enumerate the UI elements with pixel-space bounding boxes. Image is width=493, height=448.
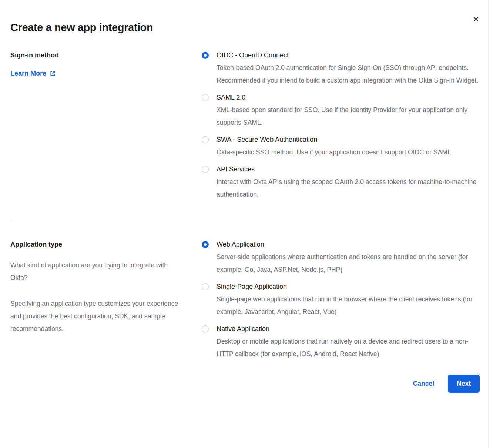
dialog-right-edge-divider [488,0,489,448]
web-application-option-description: Server-side applications where authentic… [217,251,480,276]
create-app-integration-dialog: ✕ Create a new app integration Sign-in m… [0,0,493,448]
api-services-option-label[interactable]: API Services [217,165,480,174]
application-type-help-text: Specifying an application type customize… [10,297,185,335]
application-type-label: Application type [10,240,202,249]
learn-more-label: Learn More [10,70,46,77]
radio-option-swa[interactable]: SWA - Secure Web Authentication Okta-spe… [202,135,480,158]
learn-more-link[interactable]: Learn More [10,70,56,77]
application-type-question: What kind of application are you trying … [10,259,185,284]
swa-option-description: Okta-specific SSO method. Use if your ap… [217,146,453,158]
radio-option-single-page-application[interactable]: Single-Page Application Single-page web … [202,282,480,318]
radio-unselected-icon[interactable] [202,325,209,332]
section-divider [10,222,480,222]
application-type-section: Application type What kind of applicatio… [10,240,480,367]
radio-unselected-icon[interactable] [202,166,209,173]
dialog-footer: Cancel Next [10,375,480,410]
native-application-option-label[interactable]: Native Application [217,324,480,334]
radio-option-oidc[interactable]: OIDC - OpenID Connect Token-based OAuth … [202,51,480,87]
single-page-application-option-description: Single-page web applications that run in… [217,293,480,318]
signin-method-options: OIDC - OpenID Connect Token-based OAuth … [202,51,480,207]
radio-unselected-icon[interactable] [202,94,209,101]
application-type-left-column: Application type What kind of applicatio… [10,240,202,335]
radio-option-saml[interactable]: SAML 2.0 XML-based open standard for SSO… [202,93,480,129]
oidc-option-description: Token-based OAuth 2.0 authentication for… [217,61,480,87]
radio-selected-icon[interactable] [202,241,209,248]
web-application-option-label[interactable]: Web Application [217,240,480,249]
single-page-application-option-label[interactable]: Single-Page Application [217,282,480,291]
signin-method-section: Sign-in method Learn More OIDC - OpenID … [10,51,480,207]
saml-option-description: XML-based open standard for SSO. Use if … [217,104,480,129]
dialog-title: Create a new app integration [10,21,480,34]
radio-option-web-application[interactable]: Web Application Server-side applications… [202,240,480,276]
application-type-options: Web Application Server-side applications… [202,240,480,367]
native-application-option-description: Desktop or mobile applications that run … [217,335,480,360]
signin-method-left-column: Sign-in method Learn More [10,51,202,77]
api-services-option-description: Interact with Okta APIs using the scoped… [217,175,480,201]
radio-unselected-icon[interactable] [202,136,209,143]
radio-selected-icon[interactable] [202,52,209,59]
signin-method-label: Sign-in method [10,51,202,60]
radio-option-native-application[interactable]: Native Application Desktop or mobile app… [202,324,480,360]
radio-unselected-icon[interactable] [202,283,209,290]
cancel-button[interactable]: Cancel [413,380,434,388]
external-link-icon [50,70,56,77]
radio-option-api-services[interactable]: API Services Interact with Okta APIs usi… [202,165,480,201]
next-button[interactable]: Next [448,375,480,393]
swa-option-label[interactable]: SWA - Secure Web Authentication [217,135,453,144]
oidc-option-label[interactable]: OIDC - OpenID Connect [217,51,480,60]
saml-option-label[interactable]: SAML 2.0 [217,93,480,102]
close-icon[interactable]: ✕ [471,14,481,24]
